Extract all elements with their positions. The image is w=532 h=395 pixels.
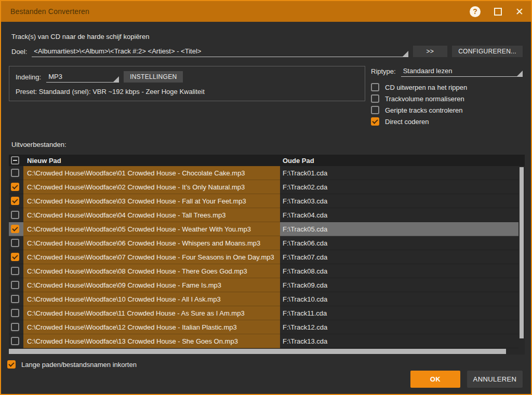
old-path-cell: F:\Track01.cda: [280, 166, 518, 180]
new-path-cell: C:\Crowded House\Woodface\12 Crowded Hou…: [23, 320, 280, 334]
table-row[interactable]: C:\Crowded House\Woodface\06 Crowded Hou…: [9, 236, 525, 250]
new-path-cell: C:\Crowded House\Woodface\05 Crowded Hou…: [23, 222, 280, 236]
column-header-old-path[interactable]: Oude Pad: [280, 157, 525, 165]
old-path-cell: F:\Track09.cda: [280, 278, 518, 292]
new-path-cell: C:\Crowded House\Woodface\09 Crowded Hou…: [23, 278, 280, 292]
riptype-combobox[interactable]: Standaard lezen: [401, 66, 523, 77]
old-path-cell: F:\Track02.cda: [280, 180, 518, 194]
table-row[interactable]: C:\Crowded House\Woodface\07 Crowded Hou…: [9, 250, 525, 264]
new-path-cell: C:\Crowded House\Woodface\07 Crowded Hou…: [23, 250, 280, 264]
vertical-scrollbar[interactable]: [518, 166, 525, 348]
chevron-down-icon: [403, 51, 408, 57]
checkbox-verify-tracks[interactable]: Geripte tracks controleren: [371, 104, 523, 116]
new-path-cell: C:\Crowded House\Woodface\11 Crowded Hou…: [23, 306, 280, 320]
destination-value: <Albumartiest>\<Album>\<Track #:2> <Arti…: [34, 47, 201, 55]
output-files-rows: C:\Crowded House\Woodface\01 Crowded Hou…: [9, 166, 525, 348]
old-path-cell: F:\Track13.cda: [280, 334, 518, 348]
titlebar: Bestanden Converteren ? ✕: [1, 1, 531, 22]
format-combobox[interactable]: MP3: [46, 72, 119, 83]
destination-row: Doel: <Albumartiest>\<Album>\<Track #:2>…: [11, 46, 523, 57]
old-path-cell: F:\Track12.cda: [280, 320, 518, 334]
checkbox-direct-encode[interactable]: Direct coderen: [371, 116, 523, 127]
old-path-cell: F:\Track04.cda: [280, 208, 518, 222]
ok-button[interactable]: OK: [410, 371, 460, 388]
old-path-cell: F:\Track10.cda: [280, 292, 518, 306]
vertical-scrollbar-thumb[interactable]: [520, 167, 524, 338]
configure-button[interactable]: CONFIGUREREN...: [452, 46, 523, 57]
checkbox-label: Geripte tracks controleren: [385, 106, 463, 114]
table-row[interactable]: C:\Crowded House\Woodface\11 Crowded Hou…: [9, 306, 525, 320]
row-checkbox[interactable]: [11, 225, 19, 233]
output-files-table: Nieuw Pad Oude Pad C:\Crowded House\Wood…: [9, 155, 525, 348]
format-groupbox: Indeling: MP3 INSTELLINGEN Preset: Stand…: [9, 66, 365, 101]
table-row[interactable]: C:\Crowded House\Woodface\12 Crowded Hou…: [9, 320, 525, 334]
expand-button[interactable]: >>: [413, 46, 448, 57]
row-checkbox[interactable]: [11, 239, 19, 247]
row-checkbox[interactable]: [11, 267, 19, 275]
new-path-cell: C:\Crowded House\Woodface\01 Crowded Hou…: [23, 166, 280, 180]
output-files-label: Uitvoerbestanden:: [11, 141, 66, 148]
table-row[interactable]: C:\Crowded House\Woodface\03 Crowded Hou…: [9, 194, 525, 208]
row-checkbox[interactable]: [11, 211, 19, 219]
settings-button[interactable]: INSTELLINGEN: [124, 71, 183, 83]
column-header-new-path[interactable]: Nieuw Pad: [23, 157, 280, 165]
new-path-cell: C:\Crowded House\Woodface\03 Crowded Hou…: [23, 194, 280, 208]
riptype-value: Standaard lezen: [403, 67, 453, 75]
horizontal-scrollbar[interactable]: [9, 348, 525, 355]
row-checkbox[interactable]: [11, 281, 19, 289]
old-path-cell: F:\Track07.cda: [280, 250, 518, 264]
old-path-cell: F:\Track08.cda: [280, 264, 518, 278]
row-checkbox[interactable]: [11, 337, 19, 345]
row-checkbox[interactable]: [11, 323, 19, 331]
format-row: Indeling: MP3 INSTELLINGEN: [16, 71, 358, 83]
table-row[interactable]: C:\Crowded House\Woodface\10 Crowded Hou…: [9, 292, 525, 306]
row-checkbox[interactable]: [11, 197, 19, 205]
row-checkbox[interactable]: [11, 295, 19, 303]
destination-label: Doel:: [11, 48, 27, 56]
checkbox-label: Trackvolume normaliseren: [385, 95, 464, 103]
rip-options-panel: Riptype: Standaard lezen CD uitwerpen na…: [371, 66, 523, 127]
cancel-button[interactable]: ANNULEREN: [467, 371, 523, 388]
titlebar-buttons: ? ✕: [470, 6, 524, 17]
destination-combobox[interactable]: <Albumartiest>\<Album>\<Track #:2> <Arti…: [32, 46, 408, 57]
row-checkbox[interactable]: [11, 253, 19, 261]
checkbox-icon: [371, 83, 379, 91]
help-icon[interactable]: ?: [470, 6, 481, 17]
row-checkbox[interactable]: [11, 169, 19, 177]
table-row[interactable]: C:\Crowded House\Woodface\09 Crowded Hou…: [9, 278, 525, 292]
new-path-cell: C:\Crowded House\Woodface\06 Crowded Hou…: [23, 236, 280, 250]
horizontal-scrollbar-thumb[interactable]: [9, 349, 506, 354]
select-all-checkbox[interactable]: [11, 156, 19, 165]
checkbox-label: Lange paden/bestandsnamen inkorten: [21, 361, 137, 369]
preset-text: Preset: Standaard (snel): VBR ~192 kbps …: [16, 88, 358, 96]
new-path-cell: C:\Crowded House\Woodface\08 Crowded Hou…: [23, 264, 280, 278]
dialog-buttons: OK ANNULEREN: [410, 371, 523, 388]
chevron-down-icon: [517, 71, 523, 76]
table-row[interactable]: C:\Crowded House\Woodface\04 Crowded Hou…: [9, 208, 525, 222]
shorten-paths-checkbox[interactable]: Lange paden/bestandsnamen inkorten: [7, 359, 137, 370]
table-row[interactable]: C:\Crowded House\Woodface\01 Crowded Hou…: [9, 166, 525, 180]
row-checkbox[interactable]: [11, 309, 19, 317]
checkbox-icon: [371, 117, 379, 126]
table-row[interactable]: C:\Crowded House\Woodface\13 Crowded Hou…: [9, 334, 525, 348]
table-row[interactable]: C:\Crowded House\Woodface\05 Crowded Hou…: [9, 222, 525, 236]
table-row[interactable]: C:\Crowded House\Woodface\02 Crowded Hou…: [9, 180, 525, 194]
checkbox-icon: [371, 94, 379, 103]
riptype-row: Riptype: Standaard lezen: [371, 66, 523, 77]
format-label: Indeling:: [16, 73, 41, 81]
checkbox-normalize-volume[interactable]: Trackvolume normaliseren: [371, 93, 523, 104]
new-path-cell: C:\Crowded House\Woodface\02 Crowded Hou…: [23, 180, 280, 194]
chevron-down-icon: [113, 76, 119, 82]
table-row[interactable]: C:\Crowded House\Woodface\08 Crowded Hou…: [9, 264, 525, 278]
checkbox-eject-cd[interactable]: CD uitwerpen na het rippen: [371, 81, 523, 93]
new-path-cell: C:\Crowded House\Woodface\04 Crowded Hou…: [23, 208, 280, 222]
old-path-cell: F:\Track06.cda: [280, 236, 518, 250]
table-header: Nieuw Pad Oude Pad: [9, 155, 525, 166]
close-icon[interactable]: ✕: [515, 7, 524, 17]
format-value: MP3: [48, 73, 62, 80]
convert-files-dialog: Bestanden Converteren ? ✕ Track(s) van C…: [0, 0, 532, 395]
row-checkbox[interactable]: [11, 183, 19, 191]
old-path-cell: F:\Track05.cda: [280, 222, 518, 236]
window-title: Bestanden Converteren: [10, 7, 89, 16]
maximize-icon[interactable]: [494, 8, 502, 16]
